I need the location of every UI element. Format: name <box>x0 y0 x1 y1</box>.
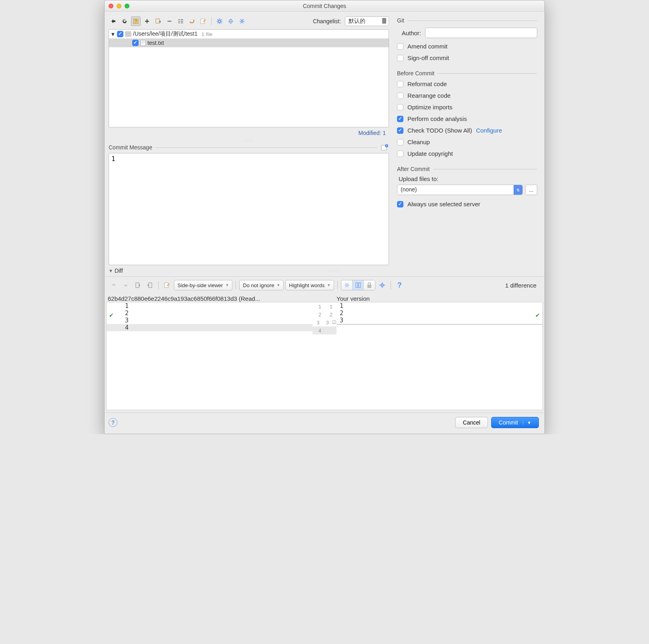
expand-toggle-icon[interactable]: ▼ <box>111 32 115 36</box>
viewer-mode-select[interactable]: Side-by-side viewer▼ <box>174 280 232 290</box>
cleanup-checkbox[interactable] <box>397 139 403 145</box>
revert-icon[interactable] <box>187 16 197 26</box>
help-diff-icon[interactable]: ? <box>394 280 405 290</box>
svg-rect-8 <box>181 21 183 22</box>
svg-rect-14 <box>141 40 145 46</box>
commit-dialog: Commit Changes ? Changelist: 默认的▲▼ <box>104 0 545 434</box>
text-file-icon <box>140 40 146 46</box>
svg-rect-6 <box>178 22 180 23</box>
diff-toolbar: Side-by-side viewer▼ Do not ignore▼ High… <box>105 276 544 294</box>
root-checkbox[interactable] <box>117 31 123 37</box>
diff-label: Diff <box>115 268 123 274</box>
changed-files-tree[interactable]: ▼ /Users/lee/项目/测试/test1 1 file test.txt <box>109 29 389 127</box>
titlebar: Commit Changes <box>105 0 544 12</box>
right-gutter-check-icon: ✔ <box>535 312 540 318</box>
commit-button[interactable]: Commit▼ <box>491 417 539 428</box>
svg-rect-25 <box>359 283 361 288</box>
modified-count: Modified: 1 <box>109 127 389 139</box>
before-commit-label: Before Commit <box>397 70 434 76</box>
optimize-imports-checkbox[interactable] <box>397 104 403 111</box>
close-window-button[interactable] <box>109 4 113 8</box>
amend-checkbox[interactable] <box>397 43 403 50</box>
next-diff-icon <box>121 280 131 290</box>
remove-icon[interactable] <box>165 16 174 26</box>
root-path: /Users/lee/项目/测试/test1 <box>133 30 198 38</box>
diff-left-pane[interactable]: 01 02 03 04 <box>107 302 312 410</box>
amend-label[interactable]: Amend commit <box>407 43 447 50</box>
diff-right-title: Your version <box>337 295 541 302</box>
diff-viewer[interactable]: ✔ 01 02 03 04 11 22 33☑ 4 1 2 3 ✔ <box>106 302 543 410</box>
add-icon[interactable] <box>142 16 152 26</box>
zoom-window-button[interactable] <box>125 4 129 8</box>
help-button[interactable]: ? <box>109 418 117 427</box>
configure-todo-link[interactable]: Configure <box>476 127 502 134</box>
svg-rect-2 <box>156 19 159 23</box>
diff-right-pane[interactable]: 1 2 3 <box>337 302 542 410</box>
window-title: Commit Changes <box>105 3 544 9</box>
diff-section-toggle[interactable]: ▼ Diff :::::: <box>105 265 544 274</box>
compare-next-file-icon[interactable] <box>145 280 155 290</box>
upload-files-label: Upload files to: <box>397 174 537 183</box>
upload-options-button[interactable]: ... <box>525 185 537 195</box>
svg-rect-9 <box>181 22 183 23</box>
refresh-icon[interactable] <box>120 16 129 26</box>
reformat-checkbox[interactable] <box>397 81 403 87</box>
svg-text:?: ? <box>135 19 137 24</box>
signoff-label[interactable]: Sign-off commit <box>407 54 449 61</box>
highlight-mode-select[interactable]: Highlight words▼ <box>285 280 334 290</box>
diff-view-mode-group[interactable] <box>341 280 375 290</box>
diff-settings-icon[interactable] <box>377 280 387 290</box>
edit-diff-icon[interactable] <box>162 280 172 290</box>
svg-rect-26 <box>367 285 371 288</box>
diff-left-title: 62b4d27c880e6e2246c9a193ac6850f66f0813d3… <box>108 295 312 302</box>
svg-rect-21 <box>149 283 152 288</box>
commit-message-textarea[interactable] <box>109 153 389 265</box>
svg-rect-4 <box>178 19 180 20</box>
commit-message-history-icon[interactable] <box>380 143 389 151</box>
minimize-window-button[interactable] <box>117 4 121 8</box>
upload-server-select[interactable]: (none) ⇅ <box>397 185 523 195</box>
chevron-down-icon[interactable]: ▼ <box>523 421 531 425</box>
signoff-checkbox[interactable] <box>397 55 403 61</box>
tree-root-row[interactable]: ▼ /Users/lee/项目/测试/test1 1 file <box>109 30 389 38</box>
commit-message-label: Commit Message <box>109 144 152 151</box>
sync-scroll-icon[interactable] <box>353 280 364 290</box>
show-diff-icon[interactable] <box>109 16 118 26</box>
changelist-label: Changelist: <box>313 18 341 24</box>
collapse-unchanged-icon[interactable] <box>341 280 353 290</box>
lock-icon[interactable] <box>364 280 375 290</box>
cancel-button[interactable]: Cancel <box>455 417 488 428</box>
author-input[interactable] <box>425 28 537 38</box>
check-todo-checkbox[interactable] <box>397 127 403 134</box>
file-name: test.txt <box>147 40 164 46</box>
left-gutter-check-icon: ✔ <box>109 312 114 318</box>
changelist-select[interactable]: 默认的▲▼ <box>345 16 389 26</box>
file-count: 1 file <box>202 31 212 37</box>
git-section-label: Git <box>397 17 404 24</box>
diff-count: 1 difference <box>406 282 540 289</box>
prev-diff-icon <box>109 280 119 290</box>
tree-file-row[interactable]: test.txt <box>109 38 389 47</box>
file-checkbox[interactable] <box>132 40 139 46</box>
ignore-mode-select[interactable]: Do not ignore▼ <box>239 280 284 290</box>
svg-point-11 <box>218 20 221 22</box>
settings-icon[interactable] <box>215 16 224 26</box>
always-use-server-checkbox[interactable] <box>397 201 403 207</box>
compare-prev-file-icon[interactable] <box>133 280 143 290</box>
expand-all-icon[interactable] <box>226 16 236 26</box>
code-analysis-checkbox[interactable] <box>397 116 403 122</box>
collapse-all-icon[interactable] <box>237 16 247 26</box>
update-copyright-checkbox[interactable] <box>397 151 403 157</box>
chevron-down-icon: ▼ <box>109 268 113 273</box>
unknown-file-icon[interactable]: ? <box>131 16 141 26</box>
svg-rect-3 <box>167 21 171 22</box>
dialog-buttons: ? Cancel Commit▼ <box>105 413 544 434</box>
group-by-icon[interactable] <box>176 16 185 26</box>
rearrange-checkbox[interactable] <box>397 93 403 99</box>
diff-splitter[interactable]: :::::: <box>264 269 403 272</box>
edit-source-icon[interactable] <box>198 16 208 26</box>
diff-center-rail: 11 22 33☑ 4 <box>312 302 337 410</box>
delete-change-icon[interactable] <box>153 16 163 26</box>
splitter-handle[interactable]: :::::: <box>109 139 389 142</box>
svg-rect-5 <box>178 21 180 22</box>
